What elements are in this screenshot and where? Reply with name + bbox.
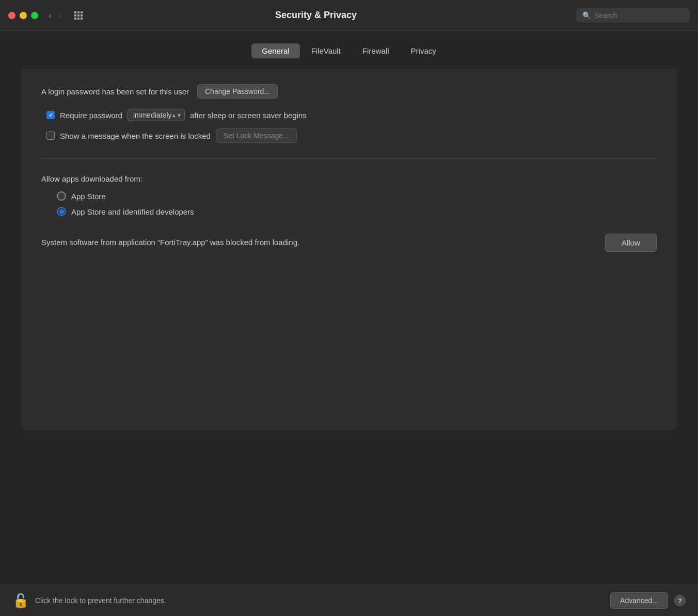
tab-general[interactable]: General: [251, 43, 299, 58]
blocked-text: System software from application “FortiT…: [41, 237, 299, 249]
advanced-button[interactable]: Advanced...: [610, 592, 668, 609]
app-store-radio[interactable]: [57, 191, 66, 201]
window-title: Security & Privacy: [93, 10, 539, 21]
app-store-developers-radio-row: App Store and identified developers: [41, 207, 657, 216]
tabs-bar: General FileVault Firewall Privacy: [21, 43, 677, 58]
app-store-label: App Store: [71, 192, 106, 201]
content-panel: A login password has been set for this u…: [21, 69, 677, 430]
tab-privacy[interactable]: Privacy: [401, 43, 447, 58]
app-store-radio-row: App Store: [41, 191, 657, 201]
password-label: A login password has been set for this u…: [41, 87, 189, 96]
back-button[interactable]: ‹: [46, 10, 54, 21]
require-password-label: Require password: [60, 111, 122, 120]
blocked-software-row: System software from application “FortiT…: [41, 229, 657, 257]
tab-filevault[interactable]: FileVault: [301, 43, 351, 58]
show-message-row: Show a message when the screen is locked…: [41, 128, 657, 143]
minimize-button[interactable]: [20, 12, 27, 19]
search-input[interactable]: [594, 11, 672, 20]
change-password-button[interactable]: Change Password...: [197, 84, 278, 99]
set-lock-message-button[interactable]: Set Lock Message...: [216, 128, 297, 143]
show-message-checkbox[interactable]: [46, 132, 55, 140]
lock-icon[interactable]: 🔓: [12, 593, 29, 609]
close-button[interactable]: [8, 12, 15, 19]
section-divider: [41, 158, 657, 159]
nav-buttons: ‹ ›: [46, 10, 64, 21]
forward-button[interactable]: ›: [57, 10, 64, 21]
require-password-checkbox[interactable]: [46, 111, 55, 119]
app-store-developers-label: App Store and identified developers: [71, 207, 194, 216]
password-timing-dropdown-wrapper: immediately 5 seconds 1 minute 5 minutes…: [128, 109, 185, 121]
titlebar: ‹ › Security & Privacy 🔍: [0, 0, 698, 31]
main-content: General FileVault Firewall Privacy A log…: [0, 31, 698, 585]
after-sleep-label: after sleep or screen saver begins: [190, 111, 307, 120]
search-bar[interactable]: 🔍: [576, 8, 690, 23]
tab-firewall[interactable]: Firewall: [352, 43, 400, 58]
app-grid-icon[interactable]: [74, 11, 83, 20]
traffic-lights: [8, 12, 38, 19]
allow-apps-title: Allow apps downloaded from:: [41, 174, 657, 183]
search-icon: 🔍: [582, 11, 591, 20]
lock-text: Click the lock to prevent further change…: [35, 596, 604, 605]
app-store-developers-radio[interactable]: [57, 207, 66, 216]
help-button[interactable]: ?: [674, 595, 686, 606]
maximize-button[interactable]: [31, 12, 38, 19]
password-timing-dropdown[interactable]: immediately 5 seconds 1 minute 5 minutes…: [128, 109, 185, 121]
show-message-label: Show a message when the screen is locked: [60, 132, 211, 140]
bottom-bar: 🔓 Click the lock to prevent further chan…: [0, 585, 698, 616]
allow-button[interactable]: Allow: [605, 234, 657, 252]
require-password-row: Require password immediately 5 seconds 1…: [41, 109, 657, 121]
password-row: A login password has been set for this u…: [41, 84, 657, 99]
